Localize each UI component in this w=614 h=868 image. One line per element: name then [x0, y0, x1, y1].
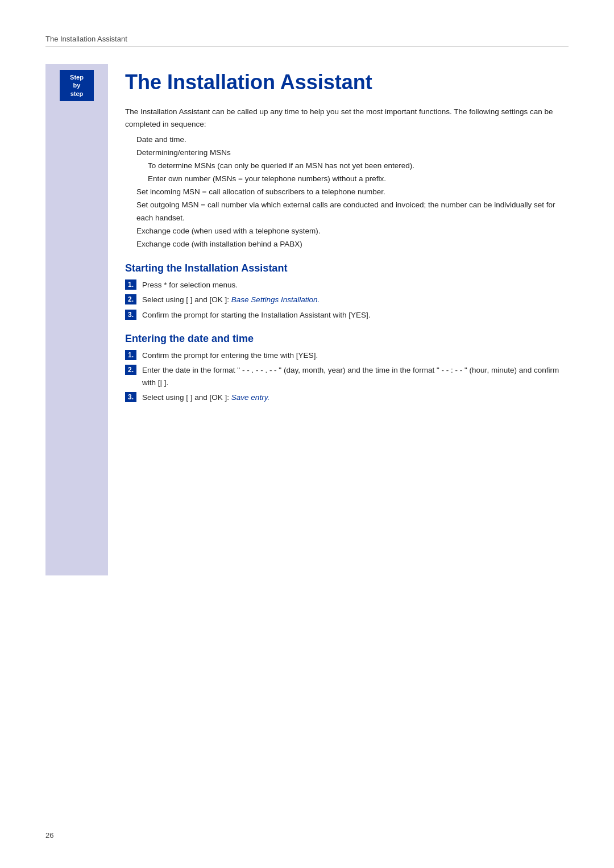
doc-title: The Installation Assistant [125, 70, 569, 94]
list-item: Determining/entering MSNs [136, 147, 569, 160]
step-number-1: 1. [125, 279, 136, 290]
step-text-3: Select using [ ] and [OK ]: Save entry. [142, 391, 569, 404]
step-number-2: 2. [125, 365, 136, 375]
step-row: 1. Press * for selection menus. [125, 279, 569, 291]
step-text-2-plain: Select using [ ] and [OK ]: [142, 295, 231, 304]
intro-paragraph: The Installation Assistant can be called… [125, 106, 569, 130]
save-entry-link[interactable]: Save entry. [231, 393, 269, 402]
sub-list-item: Enter own number (MSNs = your telephone … [148, 173, 569, 186]
sub-list: To determine MSNs (can only be queried i… [148, 160, 569, 186]
intro-list: Date and time. Determining/entering MSNs… [136, 133, 569, 251]
list-item: Set incoming MSN = call allocation of su… [136, 186, 569, 199]
section2-steps: 1. Confirm the prompt for entering the t… [125, 349, 569, 404]
list-item: Exchange code (when used with a telephon… [136, 225, 569, 238]
list-item: Exchange code (with installation behind … [136, 238, 569, 251]
step-text-2: Enter the date in the format " - - . - -… [142, 364, 569, 389]
sidebar: Stepbystep [45, 64, 108, 575]
step-row: 3. Confirm the prompt for starting the I… [125, 309, 569, 322]
step-number-3: 3. [125, 310, 136, 320]
base-settings-link[interactable]: Base Settings Installation. [231, 295, 320, 304]
page-container: The Installation Assistant Stepbystep Th… [0, 0, 614, 868]
list-item: Set outgoing MSN = call number via which… [136, 199, 569, 225]
step-number-2: 2. [125, 294, 136, 304]
section1-heading: Starting the Installation Assistant [125, 262, 569, 274]
step-badge: Stepbystep [60, 70, 94, 101]
section2-heading: Entering the date and time [125, 333, 569, 345]
page-header: The Installation Assistant [45, 34, 569, 47]
page-number: 26 [45, 831, 53, 840]
step-number-1: 1. [125, 350, 136, 360]
step-text-1: Confirm the prompt for entering the time… [142, 349, 569, 362]
step-text-3-plain: Select using [ ] and [OK ]: [142, 393, 231, 402]
step-text-2: Select using [ ] and [OK ]: Base Setting… [142, 294, 569, 306]
step-row: 1. Confirm the prompt for entering the t… [125, 349, 569, 362]
step-row: 2. Select using [ ] and [OK ]: Base Sett… [125, 294, 569, 306]
step-row: 3. Select using [ ] and [OK ]: Save entr… [125, 391, 569, 404]
step-text-1: Press * for selection menus. [142, 279, 569, 291]
list-item: Date and time. [136, 133, 569, 147]
main-content: The Installation Assistant The Installat… [108, 64, 569, 575]
content-area: Stepbystep The Installation Assistant Th… [45, 64, 569, 575]
sub-list-item: To determine MSNs (can only be queried i… [148, 160, 569, 173]
step-text-3: Confirm the prompt for starting the Inst… [142, 309, 569, 322]
step-row: 2. Enter the date in the format " - - . … [125, 364, 569, 389]
step-number-3: 3. [125, 392, 136, 402]
page-header-title: The Installation Assistant [45, 35, 127, 43]
section1-steps: 1. Press * for selection menus. 2. Selec… [125, 279, 569, 322]
